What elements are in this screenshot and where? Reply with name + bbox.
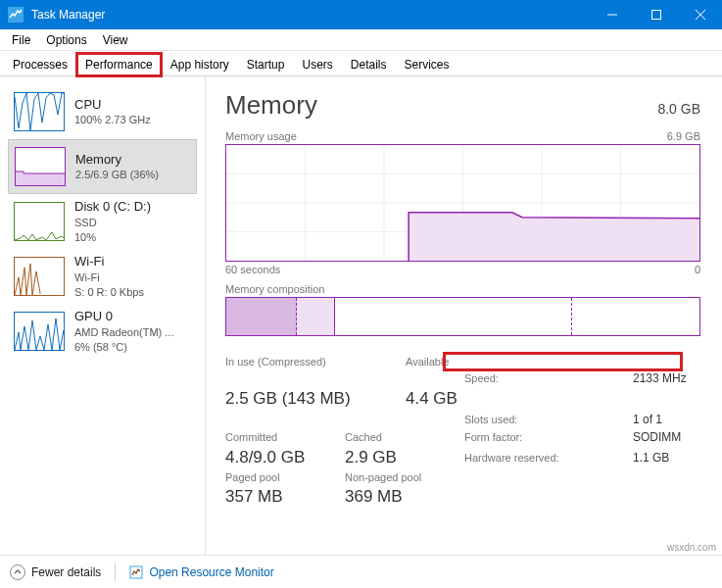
open-resource-monitor-label: Open Resource Monitor xyxy=(149,565,273,579)
disk-sub2: 10% xyxy=(74,230,151,245)
disk-sub1: SSD xyxy=(74,216,151,230)
footer: Fewer details Open Resource Monitor xyxy=(0,555,722,588)
wifi-sparkline xyxy=(14,257,65,296)
sidebar-item-cpu[interactable]: CPU 100% 2.73 GHz xyxy=(8,84,197,139)
menu-options[interactable]: Options xyxy=(38,31,94,49)
memory-sparkline xyxy=(15,147,66,186)
paged-value: 357 MB xyxy=(225,487,333,507)
tabs: Processes Performance App history Startu… xyxy=(0,51,722,76)
nonpaged-value: 369 MB xyxy=(345,487,453,507)
available-label: Available xyxy=(406,356,562,368)
close-button[interactable] xyxy=(678,0,722,29)
cpu-sparkline xyxy=(14,92,65,131)
open-resource-monitor-link[interactable]: Open Resource Monitor xyxy=(129,565,273,579)
svg-rect-2 xyxy=(651,11,660,20)
committed-value: 4.8/9.0 GB xyxy=(225,448,333,467)
memory-capacity: 8.0 GB xyxy=(657,101,700,117)
footer-separator xyxy=(115,564,116,581)
window-title: Task Manager xyxy=(31,8,105,22)
wifi-sub2: S: 0 R: 0 Kbps xyxy=(74,285,144,300)
gpu-label: GPU 0 xyxy=(74,308,173,325)
slots-label: Slots used: xyxy=(464,414,621,425)
cached-label: Cached xyxy=(345,431,453,443)
menu-view[interactable]: View xyxy=(95,31,136,49)
task-manager-icon xyxy=(8,7,24,23)
resource-monitor-icon xyxy=(129,565,143,579)
gpu-sub1: AMD Radeon(TM) ... xyxy=(74,325,173,340)
wifi-sub1: Wi-Fi xyxy=(74,270,144,285)
tab-details[interactable]: Details xyxy=(342,53,396,76)
sidebar-item-gpu[interactable]: GPU 0 AMD Radeon(TM) ... 6% (58 °C) xyxy=(8,304,197,359)
tab-startup[interactable]: Startup xyxy=(238,53,294,76)
reserved-value: 1.1 GB xyxy=(633,451,700,465)
disk-sparkline xyxy=(14,202,65,241)
tab-services[interactable]: Services xyxy=(396,53,458,76)
sidebar-item-disk[interactable]: Disk 0 (C: D:) SSD 10% xyxy=(8,194,197,249)
tab-users[interactable]: Users xyxy=(293,53,341,76)
chevron-up-icon xyxy=(10,564,25,580)
maximize-button[interactable] xyxy=(634,0,678,29)
tab-app-history[interactable]: App history xyxy=(162,53,238,76)
disk-label: Disk 0 (C: D:) xyxy=(74,198,151,216)
sidebar-item-wifi[interactable]: Wi-Fi Wi-Fi S: 0 R: 0 Kbps xyxy=(8,249,197,304)
page-title: Memory xyxy=(225,90,317,121)
svg-marker-15 xyxy=(409,213,699,261)
cached-value: 2.9 GB xyxy=(345,448,453,467)
titlebar: Task Manager xyxy=(0,0,722,29)
reserved-label: Hardware reserved: xyxy=(464,452,621,464)
chart-caption: Memory usage xyxy=(225,130,297,142)
memory-sub: 2.5/6.9 GB (36%) xyxy=(75,168,159,182)
minimize-button[interactable] xyxy=(590,0,634,29)
composition-caption: Memory composition xyxy=(225,283,700,295)
menu-file[interactable]: File xyxy=(4,31,38,49)
main-pane: Memory 8.0 GB Memory usage 6.9 GB 60 s xyxy=(206,76,722,555)
nonpaged-label: Non-paged pool xyxy=(345,471,453,483)
wifi-label: Wi-Fi xyxy=(74,253,144,270)
form-label: Form factor: xyxy=(464,431,621,443)
gpu-sparkline xyxy=(14,312,65,351)
paged-label: Paged pool xyxy=(225,471,333,483)
tab-processes[interactable]: Processes xyxy=(4,53,76,76)
speed-value: 2133 MHz xyxy=(633,371,700,385)
speed-label: Speed: xyxy=(464,372,621,384)
axis-left: 60 seconds xyxy=(225,264,280,275)
watermark: wsxdn.com xyxy=(667,542,716,553)
tab-performance[interactable]: Performance xyxy=(76,53,162,76)
fewer-details-label: Fewer details xyxy=(31,565,101,579)
form-value: SODIMM xyxy=(633,430,700,444)
gpu-sub2: 6% (58 °C) xyxy=(74,340,173,355)
slots-value: 1 of 1 xyxy=(633,413,700,426)
menubar: File Options View xyxy=(0,29,722,51)
memory-label: Memory xyxy=(75,151,159,169)
cpu-label: CPU xyxy=(74,96,151,114)
sidebar-item-memory[interactable]: Memory 2.5/6.9 GB (36%) xyxy=(8,139,197,194)
available-value: 4.4 GB xyxy=(406,389,562,409)
chart-max: 6.9 GB xyxy=(667,130,700,142)
cpu-sub: 100% 2.73 GHz xyxy=(74,113,151,127)
fewer-details-button[interactable]: Fewer details xyxy=(10,564,101,580)
content: CPU 100% 2.73 GHz Memory 2.5/6.9 GB (36%… xyxy=(0,76,722,555)
window-controls xyxy=(590,0,722,29)
axis-right: 0 xyxy=(695,264,700,275)
memory-composition-bar xyxy=(225,297,700,336)
memory-usage-chart xyxy=(225,144,700,262)
committed-label: Committed xyxy=(225,431,333,443)
sidebar: CPU 100% 2.73 GHz Memory 2.5/6.9 GB (36%… xyxy=(0,76,206,555)
